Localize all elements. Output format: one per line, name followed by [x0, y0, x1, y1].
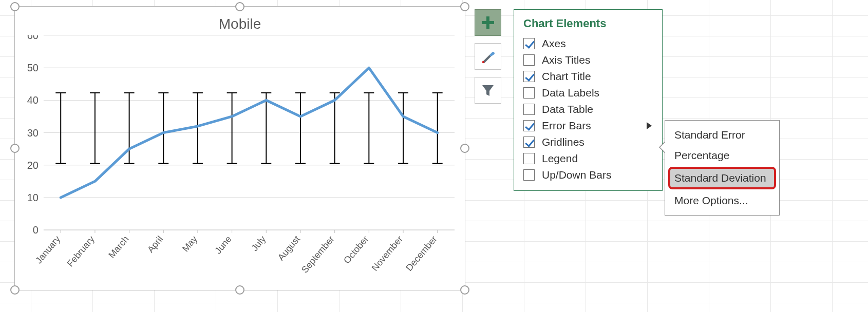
y-axis-tick-label: 30: [27, 127, 39, 139]
chart-plot-area[interactable]: 0102030405060JanuaryFebruaryMarchAprilMa…: [15, 35, 465, 291]
x-axis-tick-label: May: [180, 234, 199, 254]
chevron-right-icon: [646, 121, 653, 130]
checkbox[interactable]: [523, 38, 535, 49]
chart-filter-button[interactable]: [475, 77, 501, 104]
chart-elements-button[interactable]: [475, 9, 501, 36]
chart-element-label: Axes: [542, 37, 566, 50]
checkbox[interactable]: [523, 87, 535, 99]
chart-element-option[interactable]: Data Labels: [521, 85, 656, 101]
checkbox[interactable]: [523, 71, 535, 82]
x-axis-tick-label: November: [370, 234, 405, 273]
y-axis-tick-label: 0: [33, 224, 39, 236]
resize-handle[interactable]: [235, 2, 244, 11]
resize-handle[interactable]: [460, 144, 469, 153]
svg-rect-1: [482, 21, 494, 24]
brush-icon: [480, 49, 496, 64]
resize-handle[interactable]: [10, 2, 20, 11]
y-axis-tick-label: 40: [27, 94, 39, 106]
x-axis-tick-label: August: [276, 234, 302, 263]
y-axis-tick-label: 60: [27, 35, 39, 41]
svg-point-2: [482, 61, 484, 63]
x-axis-tick-label: April: [145, 234, 165, 255]
chart-element-option[interactable]: Axis Titles: [521, 52, 656, 68]
resize-handle[interactable]: [10, 285, 20, 295]
chart-elements-header: Chart Elements: [521, 15, 656, 35]
chart-element-label: Data Table: [542, 103, 593, 115]
checkbox[interactable]: [523, 120, 535, 131]
checkbox[interactable]: [523, 136, 535, 148]
checkbox[interactable]: [523, 153, 535, 164]
chart-element-option[interactable]: Data Table: [521, 101, 656, 118]
x-axis-tick-label: July: [250, 234, 268, 253]
chart-element-option[interactable]: Chart Title: [521, 68, 656, 85]
chart-styles-button[interactable]: [475, 43, 501, 70]
resize-handle[interactable]: [235, 285, 244, 295]
checkbox[interactable]: [523, 104, 535, 115]
x-axis-tick-label: March: [106, 234, 130, 260]
x-axis-tick-label: February: [65, 234, 96, 269]
checkbox[interactable]: [523, 54, 535, 66]
checkbox[interactable]: [523, 169, 535, 181]
chart-elements-popup: Chart Elements AxesAxis TitlesChart Titl…: [514, 9, 663, 191]
x-axis-tick-label: October: [342, 234, 370, 266]
chart-container[interactable]: Mobile 0102030405060JanuaryFebruaryMarch…: [14, 6, 465, 290]
resize-handle[interactable]: [10, 144, 20, 153]
x-axis-tick-label: December: [404, 234, 439, 273]
chart-element-option[interactable]: Up/Down Bars: [521, 167, 656, 183]
chart-element-option[interactable]: Legend: [521, 150, 656, 167]
resize-handle[interactable]: [460, 2, 469, 11]
error-bars-submenu-item[interactable]: More Options...: [669, 190, 775, 211]
x-axis-tick-label: September: [299, 234, 336, 275]
chart-element-option[interactable]: Error Bars: [521, 118, 656, 134]
submenu-notch: [659, 141, 665, 153]
error-bars-submenu-item[interactable]: Percentage: [669, 145, 775, 166]
chart-element-label: Chart Title: [542, 70, 591, 83]
error-bars-submenu-item[interactable]: Standard Error: [669, 125, 775, 145]
error-bars-submenu-item[interactable]: Standard Deviation: [668, 167, 776, 189]
y-axis-tick-label: 50: [27, 62, 39, 73]
error-bars-submenu: Standard ErrorPercentageStandard Deviati…: [665, 120, 780, 216]
chart-element-label: Gridlines: [542, 136, 584, 148]
chart-element-label: Up/Down Bars: [542, 169, 611, 181]
chart-side-buttons: [475, 9, 501, 104]
chart-element-option[interactable]: Gridlines: [521, 134, 656, 150]
funnel-icon: [480, 83, 496, 98]
chart-element-label: Axis Titles: [542, 54, 591, 66]
chart-element-option[interactable]: Axes: [521, 35, 656, 52]
x-axis-tick-label: January: [33, 234, 62, 266]
y-axis-tick-label: 10: [27, 192, 39, 203]
chart-element-label: Error Bars: [542, 120, 591, 132]
resize-handle[interactable]: [460, 285, 469, 295]
chart-element-label: Legend: [542, 152, 578, 165]
plus-icon: [480, 15, 496, 30]
x-axis-tick-label: June: [213, 234, 233, 256]
y-axis-tick-label: 20: [27, 160, 39, 171]
chart-element-label: Data Labels: [542, 87, 599, 99]
